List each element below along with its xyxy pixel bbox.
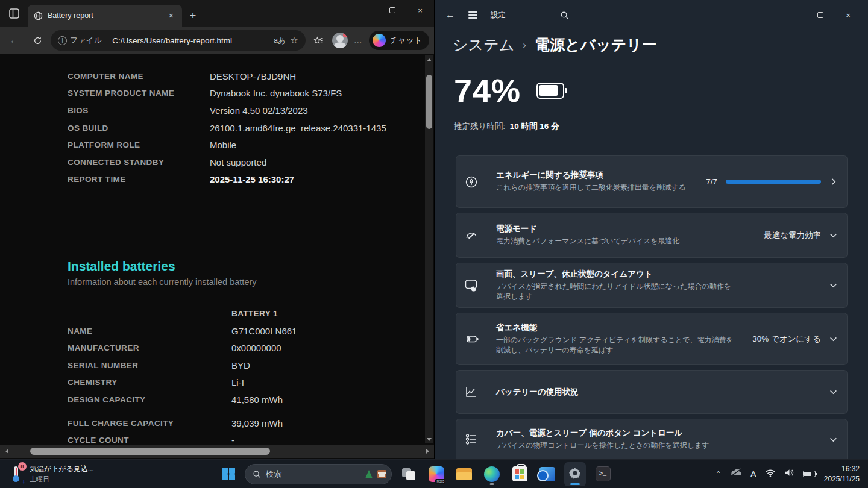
table-row: REPORT TIME2025-11-25 16:30:27: [68, 171, 424, 189]
card-energy-saver[interactable]: 省エネ機能 一部のバックグラウンド アクティビティを制限することで、電力消費を削…: [456, 313, 848, 365]
chevron-down-icon: [829, 231, 837, 239]
maximize-icon: [817, 12, 823, 18]
start-button[interactable]: [218, 464, 239, 484]
tray-date: 2025/11/25: [824, 474, 860, 484]
task-view-button[interactable]: [398, 462, 420, 486]
ime-indicator[interactable]: A: [750, 469, 756, 479]
horizontal-scroll-thumb[interactable]: [30, 448, 270, 455]
microsoft-store-button[interactable]: [509, 462, 530, 486]
tray-battery-icon[interactable]: [803, 471, 816, 477]
settings-close-button[interactable]: ×: [834, 5, 862, 25]
table-row: COMPUTER NAMEDESKTOP-7BJD9NH: [68, 67, 424, 85]
reload-button[interactable]: [28, 31, 47, 50]
onedrive-paused-icon[interactable]: [730, 468, 742, 480]
chevron-right-icon: [829, 178, 837, 186]
weather-widget[interactable]: 8 ↓ 気温が下がる見込... 土曜日: [0, 464, 139, 484]
battery-report-page: COMPUTER NAMEDESKTOP-7BJD9NH SYSTEM PROD…: [0, 54, 424, 445]
table-row: CYCLE COUNT-: [68, 431, 424, 445]
card-energy-recommendations[interactable]: エネルギーに関する推奨事項 これらの推奨事項を適用して二酸化炭素排出量を削減する…: [456, 155, 848, 208]
browser-tab[interactable]: Battery report ×: [28, 5, 182, 27]
task-view-icon: [402, 468, 415, 480]
card-title: エネルギーに関する推奨事項: [496, 170, 700, 181]
favorite-star-icon[interactable]: ☆: [290, 35, 298, 46]
terminal-icon: >_: [596, 466, 611, 481]
vertical-scrollbar[interactable]: [425, 55, 433, 443]
scroll-left-arrow[interactable]: [0, 445, 13, 458]
browser-toolbar: ← i ファイル C:/Users/User/battery-report.ht…: [0, 27, 434, 54]
card-subtitle: デバイスが指定された時間にわたりアイドル状態になった場合の動作を選択します: [496, 281, 734, 302]
favorites-button[interactable]: [309, 31, 329, 50]
tray-expand-button[interactable]: ⌃: [715, 470, 722, 478]
card-subtitle: デバイスの物理コントロールを操作したときの動作を選択します: [496, 440, 734, 451]
temperature-down-arrow-icon: ↓: [22, 477, 26, 484]
terminal-button[interactable]: >_: [592, 462, 614, 486]
table-row: FULL CHARGE CAPACITY39,039 mWh: [68, 414, 424, 432]
browser-window: Battery report × + – × ← i ファイル C:/Users…: [0, 0, 434, 459]
battery-percent: 74%: [454, 72, 521, 109]
active-indicator: [570, 483, 580, 485]
windows-logo-icon: [222, 468, 235, 481]
card-lid-power-buttons[interactable]: カバー、電源とスリープ 個のボタン コントロール デバイスの物理コントロールを操…: [456, 419, 848, 459]
card-power-mode[interactable]: 電源モード 電力消費とパフォーマンスに基づいてデバイスを最適化 最適な電力効率: [456, 213, 848, 258]
breadcrumb-parent[interactable]: システム: [453, 35, 514, 55]
info-icon[interactable]: i: [58, 36, 67, 45]
settings-search-icon[interactable]: [560, 11, 569, 20]
outlook-button[interactable]: [536, 462, 558, 486]
tab-actions-button[interactable]: [0, 0, 28, 27]
battery-saver-icon: [465, 333, 496, 345]
browser-close-button[interactable]: ×: [406, 0, 434, 20]
settings-taskbar-button[interactable]: [564, 462, 586, 486]
horizontal-scrollbar[interactable]: [0, 445, 434, 458]
file-explorer-button[interactable]: [453, 462, 475, 486]
vertical-scroll-thumb[interactable]: [426, 75, 432, 129]
taskbar-clock[interactable]: 16:32 2025/11/25: [824, 464, 860, 483]
browser-menu-button[interactable]: …: [351, 36, 365, 45]
card-battery-usage[interactable]: バッテリーの使用状況: [456, 370, 848, 414]
volume-icon[interactable]: [784, 468, 794, 480]
globe-icon: [34, 11, 43, 20]
address-bar[interactable]: i ファイル C:/Users/User/battery-report.html…: [51, 30, 306, 51]
browser-maximize-button[interactable]: [379, 0, 406, 20]
card-subtitle: これらの推奨事項を適用して二酸化炭素排出量を削減する: [496, 183, 700, 193]
installed-batteries-section: Installed batteries Information about ea…: [68, 259, 424, 445]
address-scheme-label: ファイル: [70, 35, 102, 46]
tab-close-icon[interactable]: ×: [166, 11, 176, 20]
settings-back-button[interactable]: ←: [445, 10, 455, 20]
m365-copilot-button[interactable]: [426, 462, 447, 486]
address-url[interactable]: C:/Users/User/battery-report.html: [112, 36, 269, 45]
edge-button[interactable]: [481, 462, 503, 486]
scroll-up-arrow[interactable]: [425, 55, 433, 64]
copilot-chat-button[interactable]: チャット: [369, 31, 429, 50]
wifi-icon[interactable]: [765, 469, 776, 480]
browser-minimize-button[interactable]: –: [351, 0, 379, 20]
scroll-down-arrow[interactable]: [425, 435, 433, 443]
table-row: BIOSVersion 4.50 02/13/2023: [68, 102, 424, 119]
chevron-down-icon: [829, 281, 837, 289]
taskbar-search[interactable]: 検索: [245, 464, 392, 484]
table-header-row: BATTERY 1: [68, 305, 424, 322]
card-screen-sleep-timeout[interactable]: 画面、スリープ、休止状態のタイムアウト デバイスが指定された時間にわたりアイドル…: [456, 263, 848, 308]
section-subtitle: Information about each currently install…: [68, 277, 424, 287]
hamburger-menu-icon[interactable]: [468, 11, 477, 19]
new-tab-button[interactable]: +: [182, 5, 204, 27]
breadcrumb: システム › 電源とバッテリー: [435, 30, 868, 55]
profile-avatar[interactable]: [332, 33, 348, 48]
store-icon: [512, 466, 527, 481]
weather-subline: 土曜日: [30, 475, 94, 484]
translate-icon[interactable]: aあ: [274, 36, 285, 46]
chevron-down-icon: [829, 335, 837, 343]
gingerbread-house-icon: [377, 470, 386, 478]
card-title: バッテリーの使用状況: [496, 387, 823, 398]
search-placeholder: 検索: [266, 469, 360, 480]
taskbar: 8 ↓ 気温が下がる見込... 土曜日 検索: [0, 459, 868, 488]
card-subtitle: 電力消費とパフォーマンスに基づいてデバイスを最適化: [496, 236, 734, 246]
settings-minimize-button[interactable]: –: [779, 5, 807, 25]
back-button[interactable]: ←: [5, 31, 24, 50]
m365-copilot-icon: [429, 466, 444, 482]
screen-timeout-icon: [465, 279, 496, 292]
gear-icon: [568, 466, 582, 483]
tray-time: 16:32: [824, 464, 860, 474]
chat-label: チャット: [390, 35, 422, 46]
settings-maximize-button[interactable]: [807, 5, 834, 25]
scroll-right-arrow[interactable]: [421, 445, 434, 458]
